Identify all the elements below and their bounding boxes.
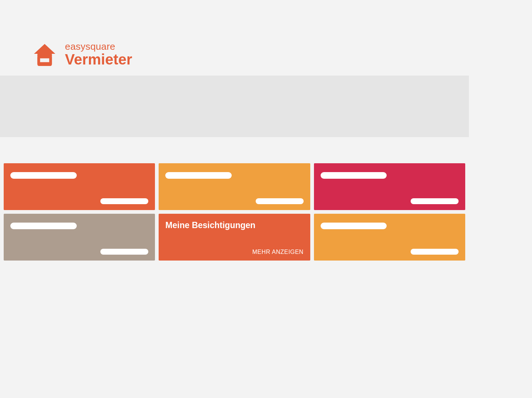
tile-more-link[interactable]: MEHR ANZEIGEN: [252, 249, 304, 255]
dashboard-tile-4[interactable]: [4, 214, 155, 261]
dashboard-tile-1[interactable]: [4, 163, 155, 210]
tile-footer-placeholder: [100, 249, 148, 255]
brand-line2: Vermieter: [65, 52, 132, 67]
tile-footer-placeholder: [411, 198, 459, 204]
tile-title-placeholder: [10, 223, 77, 229]
tile-title-placeholder: [321, 223, 387, 229]
svg-rect-2: [40, 58, 49, 62]
dashboard-tile-2[interactable]: [159, 163, 310, 210]
tile-footer-placeholder: [100, 198, 148, 204]
tile-title-placeholder: [165, 172, 232, 179]
dashboard-tile-besichtigungen[interactable]: Meine Besichtigungen MEHR ANZEIGEN: [159, 214, 310, 261]
tile-title-placeholder: [10, 172, 77, 179]
tile-footer-placeholder: [411, 249, 459, 255]
hero-banner: [0, 76, 469, 137]
tile-footer-placeholder: [256, 198, 304, 204]
svg-rect-0: [37, 53, 52, 56]
app-header: easysquare Vermieter: [0, 0, 469, 76]
tile-title: Meine Besichtigungen: [165, 220, 303, 231]
dashboard-tile-6[interactable]: [314, 214, 465, 261]
tile-title-placeholder: [321, 172, 387, 179]
house-icon: [32, 42, 57, 67]
dashboard-tiles: Meine Besichtigungen MEHR ANZEIGEN: [4, 163, 465, 261]
app-logo-text: easysquare Vermieter: [65, 42, 132, 67]
dashboard-tile-3[interactable]: [314, 163, 465, 210]
brand-line1: easysquare: [65, 42, 132, 52]
